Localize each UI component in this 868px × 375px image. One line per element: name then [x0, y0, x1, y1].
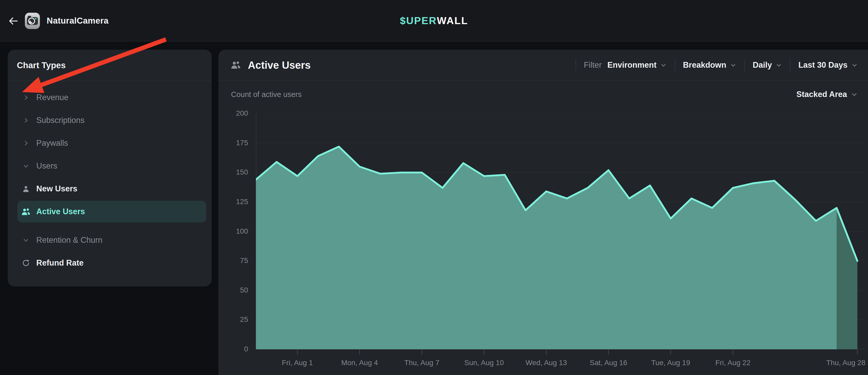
x-axis-tick	[484, 350, 484, 355]
y-axis-label: 50	[220, 286, 248, 294]
sidebar-item-new-users[interactable]: New Users	[18, 177, 206, 200]
chevron-down-icon	[851, 62, 858, 68]
logo-white-part: WALL	[437, 15, 468, 27]
area-fill-partial-day	[837, 208, 857, 349]
x-axis-label: Thu, Aug 28	[803, 359, 865, 367]
filter-dropdown-breakdown[interactable]: Breakdown	[683, 60, 737, 70]
chart-type-value: Stacked Area	[797, 90, 847, 99]
sidebar-item-users[interactable]: Users	[18, 155, 206, 177]
person-icon	[22, 184, 30, 193]
filter-value: Breakdown	[683, 60, 726, 70]
x-axis-label: Fri, Aug 1	[266, 359, 329, 367]
sidebar-item-label: New Users	[36, 184, 78, 193]
chevron-down-icon	[730, 62, 737, 68]
filter-dropdown-last-30-days[interactable]: Last 30 Days	[798, 60, 858, 70]
chevron-down-icon	[22, 162, 30, 170]
y-axis-label: 150	[220, 168, 248, 176]
x-axis-tick	[733, 350, 733, 355]
chart-subtitle: Count of active users	[231, 90, 302, 99]
app-title: NaturalCamera	[46, 0, 108, 41]
x-axis-tick	[857, 350, 858, 355]
sidebar-item-retention-churn[interactable]: Retention & Churn	[18, 229, 206, 252]
separator	[744, 59, 745, 71]
sidebar-item-revenue[interactable]: Revenue	[18, 86, 206, 109]
sidebar-item-label: Users	[36, 161, 57, 170]
chart-types-panel: Chart Types RevenueSubscriptionsPaywalls…	[8, 50, 212, 286]
filter-value: Last 30 Days	[798, 60, 847, 70]
chevron-down-icon	[775, 62, 782, 68]
superwall-logo: $UPERWALL	[400, 0, 468, 41]
separator	[576, 59, 576, 71]
chevron-down-icon	[660, 62, 667, 68]
y-axis-label: 200	[220, 109, 248, 118]
filter-dropdown-daily[interactable]: Daily	[753, 60, 782, 70]
chevron-down-icon	[850, 91, 858, 98]
separator	[790, 59, 790, 71]
x-axis-label: Tue, Aug 19	[640, 359, 702, 367]
area-chart-plot[interactable]	[256, 114, 866, 349]
area-fill	[256, 147, 837, 349]
separator	[675, 59, 675, 71]
filter-value: Daily	[753, 60, 772, 70]
people-icon	[231, 61, 241, 69]
y-axis-label: 100	[220, 227, 248, 236]
chart-type-dropdown[interactable]: Stacked Area	[797, 90, 858, 99]
x-axis-label: Sat, Aug 16	[577, 359, 640, 367]
sidebar-item-label: Active Users	[36, 207, 85, 216]
chevron-down-icon	[22, 236, 30, 245]
y-axis-label: 175	[220, 139, 248, 147]
main-panel-header: Active Users FilterEnvironmentBreakdownD…	[219, 50, 868, 81]
sidebar-item-refund-rate[interactable]: Refund Rate	[18, 252, 206, 274]
chevron-right-icon	[22, 116, 30, 125]
sidebar-item-paywalls[interactable]: Paywalls	[18, 132, 206, 155]
chart-types-list: RevenueSubscriptionsPaywallsUsersNew Use…	[8, 81, 211, 274]
chevron-right-icon	[22, 139, 30, 148]
people-icon	[22, 207, 30, 216]
sidebar-item-subscriptions[interactable]: Subscriptions	[18, 109, 206, 132]
x-axis-tick	[359, 350, 360, 355]
sidebar-title: Chart Types	[8, 50, 211, 81]
sidebar-item-label: Retention & Churn	[36, 236, 102, 245]
sidebar-item-active-users[interactable]: Active Users	[18, 201, 206, 222]
x-axis-label: Sun, Aug 10	[453, 359, 515, 367]
x-axis-label: Wed, Aug 13	[515, 359, 577, 367]
page-title: Active Users	[248, 59, 311, 71]
sidebar-item-label: Revenue	[36, 93, 68, 102]
filter-label: Filter	[584, 60, 602, 70]
x-axis-tick	[297, 350, 298, 355]
x-axis-tick	[608, 350, 609, 355]
camera-app-icon	[25, 13, 40, 30]
sidebar-item-label: Refund Rate	[36, 258, 84, 268]
filter-dropdown-environment[interactable]: Environment	[608, 60, 667, 70]
y-axis-label: 125	[220, 198, 248, 206]
refresh-icon	[22, 258, 30, 268]
chevron-right-icon	[22, 93, 30, 102]
logo-teal-part: $UPER	[400, 15, 437, 27]
x-axis-label: Fri, Aug 22	[702, 359, 764, 367]
x-axis-tick	[671, 350, 671, 355]
x-axis-label: Thu, Aug 7	[391, 359, 453, 367]
x-axis-label: Mon, Aug 4	[329, 359, 391, 367]
x-axis-tick	[546, 350, 547, 355]
filter-bar: FilterEnvironmentBreakdownDailyLast 30 D…	[568, 59, 858, 71]
chart-subheader: Count of active users Stacked Area	[219, 81, 868, 108]
filter-value: Environment	[608, 60, 656, 70]
sidebar-item-label: Paywalls	[36, 138, 68, 148]
sidebar-item-label: Subscriptions	[36, 116, 85, 125]
top-bar: NaturalCamera $UPERWALL	[0, 0, 868, 41]
y-axis-label: 75	[220, 256, 248, 265]
back-arrow-icon[interactable]	[7, 14, 20, 28]
y-axis-label: 25	[220, 315, 248, 324]
y-axis-label: 0	[220, 345, 248, 353]
x-axis-tick	[422, 350, 422, 355]
